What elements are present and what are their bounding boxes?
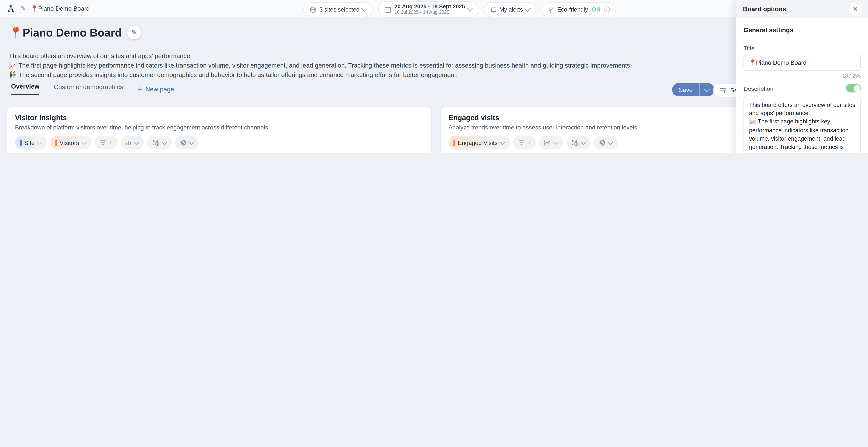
filter-icon (518, 140, 525, 145)
info-icon[interactable] (603, 6, 610, 13)
pencil-icon: ✎ (131, 29, 137, 36)
filter-button[interactable]: + (95, 136, 118, 150)
save-button[interactable]: Save (672, 83, 714, 96)
plus-icon: + (137, 85, 142, 93)
edit-title-button[interactable]: ✎ (127, 26, 141, 39)
page-title-text: 📍Piano Demo Board (9, 26, 122, 39)
chevron-down-icon (361, 5, 368, 12)
page-title: 📍Piano Demo Board ✎ (9, 26, 141, 39)
database-clock-icon (571, 139, 579, 146)
calendar-icon (384, 6, 392, 13)
sites-selector-label: 3 sites selected (319, 6, 360, 13)
date-range-main: 20 Aug 2025 - 18 Sept 2025 (395, 4, 465, 10)
board-description: This board offers an overview of our sit… (9, 52, 726, 79)
globe-icon (309, 6, 317, 13)
chevron-down-icon (467, 5, 473, 12)
metric-selector[interactable]: Visitors (50, 136, 91, 150)
page-tabs: Overview Customer demographics +New page (11, 83, 174, 95)
gear-icon (180, 139, 187, 146)
line-chart-icon (544, 139, 551, 146)
chart-type-button[interactable] (121, 136, 144, 150)
gear-icon (599, 139, 606, 146)
title-field-label: Title (743, 45, 755, 52)
app-canvas: ✎ 📍Piano Demo Board 3 sites selected 20 … (0, 0, 868, 153)
sites-selector[interactable]: 3 sites selected (303, 2, 373, 17)
metric-selector[interactable]: Engaged Visits (448, 136, 510, 150)
eco-friendly-label: Eco-friendly (557, 6, 588, 13)
description-line: 📈 The first page highlights key performa… (9, 61, 726, 70)
widget-visitor-insights: Visitor Insights Breakdown of platform v… (7, 107, 432, 153)
save-options-chevron[interactable] (700, 86, 714, 93)
filter-button[interactable]: + (513, 136, 536, 150)
close-panel-button[interactable]: ✕ (849, 3, 861, 15)
bell-icon (490, 6, 496, 13)
sliders-icon (720, 87, 727, 94)
eco-friendly-state: ON (592, 6, 600, 13)
panel-title: Board options (743, 5, 786, 12)
tab-overview[interactable]: Overview (11, 83, 39, 95)
data-source-button[interactable] (566, 136, 591, 150)
save-label: Save (672, 86, 700, 93)
widget-title: Engaged visits (448, 114, 742, 122)
tab-customer-demographics[interactable]: Customer demographics (54, 84, 123, 95)
edit-board-icon[interactable]: ✎ (21, 5, 26, 12)
bar-chart-icon (126, 139, 132, 146)
description-line: 👫 The second page provides insights into… (9, 70, 726, 79)
my-alerts-button[interactable]: My alerts (484, 2, 536, 17)
widget-subtitle: Breakdown of platform visitors over time… (15, 124, 424, 131)
date-range-compare: 16 Jul 2025 - 14 Aug 2025 (395, 10, 465, 15)
data-source-button[interactable] (147, 136, 172, 150)
my-alerts-label: My alerts (499, 6, 523, 13)
piano-analytics-logo[interactable] (7, 4, 16, 12)
chevron-down-icon (525, 5, 531, 12)
date-range-picker[interactable]: 20 Aug 2025 - 18 Sept 2025 16 Jul 2025 -… (378, 1, 478, 18)
general-settings-section: General settings (743, 27, 794, 33)
description-field-label: Description (743, 85, 773, 92)
board-title-input[interactable]: 📍Piano Demo Board (743, 55, 861, 71)
title-char-counter: 18 / 255 (743, 73, 861, 78)
board-options-panel: Board options ✕ General settings − Title… (736, 0, 868, 153)
eco-friendly-toggle[interactable]: Eco-friendly ON (542, 2, 616, 17)
database-clock-icon (152, 139, 160, 146)
widget-title: Visitor Insights (15, 114, 424, 122)
widget-settings-button[interactable] (594, 136, 618, 150)
collapse-section-button[interactable]: − (857, 27, 861, 33)
leaf-icon (548, 6, 554, 13)
chart-type-button[interactable] (539, 136, 563, 150)
description-toggle[interactable] (846, 84, 861, 93)
board-description-textarea[interactable]: This board offers an overview of our sit… (743, 96, 861, 153)
filter-icon (99, 140, 106, 145)
widget-settings-button[interactable] (175, 136, 199, 150)
close-icon: ✕ (853, 5, 858, 12)
widget-subtitle: Analyze trends over time to assess user … (448, 124, 742, 131)
dimension-selector[interactable]: Site (15, 136, 47, 150)
new-page-button[interactable]: +New page (137, 85, 174, 93)
topbar-board-name[interactable]: 📍Piano Demo Board (31, 5, 90, 12)
description-line: This board offers an overview of our sit… (9, 52, 726, 61)
widget-engaged-visits: Engaged visits Analyze trends over time … (440, 107, 751, 153)
